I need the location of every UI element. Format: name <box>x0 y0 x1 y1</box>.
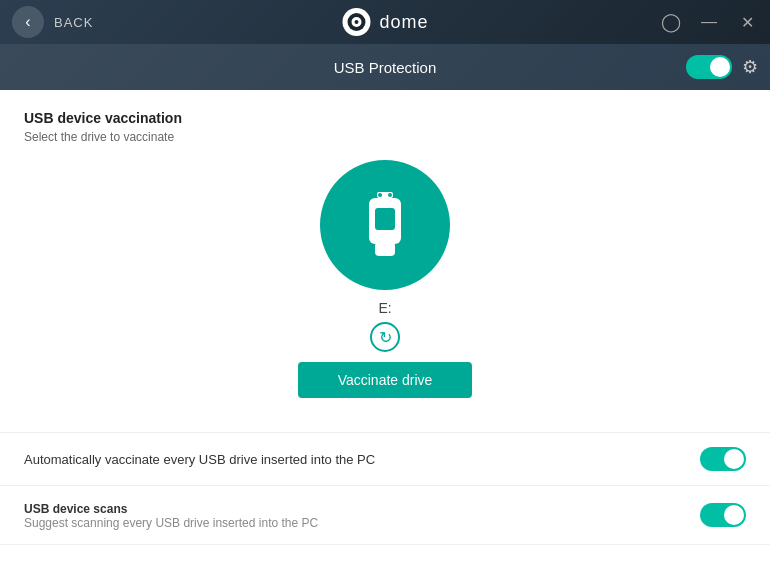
usb-drive-icon <box>355 190 415 260</box>
auto-vaccinate-toggle[interactable] <box>700 447 746 471</box>
svg-point-5 <box>378 193 382 197</box>
drive-label: E: <box>378 300 391 316</box>
auto-vaccinate-row: Automatically vaccinate every USB drive … <box>0 433 770 486</box>
subheader-controls: ⚙ <box>686 55 758 79</box>
svg-rect-8 <box>375 242 395 256</box>
main-toggle[interactable] <box>686 55 732 79</box>
close-button[interactable]: ✕ <box>737 11 758 34</box>
user-icon[interactable]: ◯ <box>661 11 681 33</box>
titlebar: ‹ BACK dome ◯ — ✕ <box>0 0 770 44</box>
usb-area: E: ↻ Vaccinate drive <box>24 144 746 406</box>
usb-vaccination-subtitle: Select the drive to vaccinate <box>24 130 746 144</box>
vaccinate-drive-button[interactable]: Vaccinate drive <box>298 362 473 398</box>
usb-scans-row: USB device scans Suggest scanning every … <box>0 486 770 545</box>
subheader: USB Protection ⚙ <box>0 44 770 90</box>
svg-point-3 <box>354 20 358 24</box>
back-button[interactable]: ‹ <box>12 6 44 38</box>
svg-rect-9 <box>375 208 395 230</box>
usb-vaccination-title: USB device vaccination <box>24 110 746 126</box>
app-logo <box>341 7 371 37</box>
usb-scans-subtitle: Suggest scanning every USB drive inserte… <box>24 516 318 530</box>
minimize-button[interactable]: — <box>697 11 721 33</box>
app-name: dome <box>379 12 428 33</box>
subheader-title: USB Protection <box>334 59 437 76</box>
usb-scans-toggle[interactable] <box>700 503 746 527</box>
usb-scans-title: USB device scans <box>24 502 318 516</box>
main-content: USB device vaccination Select the drive … <box>0 90 770 422</box>
refresh-icon: ↻ <box>379 328 392 347</box>
titlebar-left: ‹ BACK <box>12 6 93 38</box>
svg-point-6 <box>388 193 392 197</box>
usb-icon-circle <box>320 160 450 290</box>
titlebar-center: dome <box>341 7 428 37</box>
back-label: BACK <box>54 15 93 30</box>
gear-icon[interactable]: ⚙ <box>742 56 758 78</box>
titlebar-right: ◯ — ✕ <box>661 11 758 34</box>
refresh-button[interactable]: ↻ <box>370 322 400 352</box>
auto-vaccinate-label: Automatically vaccinate every USB drive … <box>24 452 375 467</box>
settings-section: Automatically vaccinate every USB drive … <box>0 432 770 545</box>
